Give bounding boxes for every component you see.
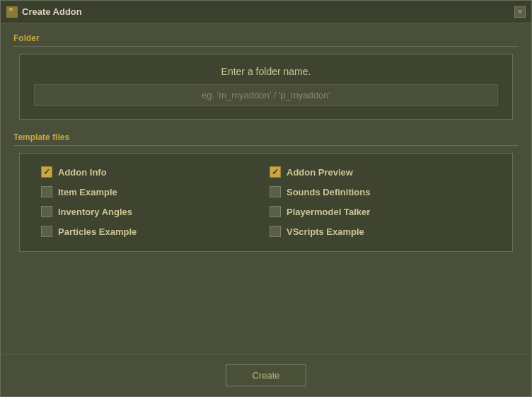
template-box: ✓Addon Info✓Addon PreviewItem ExampleSou… [19,153,513,252]
template-divider [13,145,519,146]
checkbox-sounds-definitions[interactable]: Sounds Definitions [270,186,491,197]
checkboxes-grid: ✓Addon Info✓Addon PreviewItem ExampleSou… [41,166,491,237]
checkbox-playermodel-talker[interactable]: Playermodel Talker [270,206,491,217]
checkbox-label-particles-example: Particles Example [58,226,137,237]
folder-section: Folder Enter a folder name. [13,33,519,132]
checkbox-box-inventory-angles [41,206,52,217]
checkbox-item-example[interactable]: Item Example [41,186,262,197]
checkmark-addon-info: ✓ [43,168,50,176]
checkbox-label-playermodel-talker: Playermodel Talker [287,207,370,217]
checkbox-box-sounds-definitions [270,186,281,197]
folder-input[interactable] [34,84,498,106]
checkbox-box-vscripts-example [270,226,281,237]
checkbox-box-playermodel-talker [270,206,281,217]
checkbox-box-item-example [41,186,52,197]
checkmark-addon-preview: ✓ [272,168,279,176]
checkbox-inventory-angles[interactable]: Inventory Angles [41,206,262,217]
checkbox-label-item-example: Item Example [58,187,117,197]
checkbox-box-addon-info: ✓ [41,166,52,178]
checkbox-label-addon-preview: Addon Preview [287,167,353,178]
template-label: Template files [13,132,519,142]
checkbox-box-addon-preview: ✓ [270,166,281,178]
addon-icon [6,6,18,18]
title-bar: Create Addon × [1,1,531,23]
create-addon-window: Create Addon × Folder Enter a folder nam… [0,0,532,397]
checkbox-label-sounds-definitions: Sounds Definitions [287,187,370,197]
create-button[interactable]: Create [226,364,306,386]
folder-divider [13,46,519,47]
checkbox-vscripts-example[interactable]: VScripts Example [270,226,491,237]
checkbox-addon-info[interactable]: ✓Addon Info [41,166,262,178]
content-area: Folder Enter a folder name. Template fil… [1,23,531,354]
checkbox-label-addon-info: Addon Info [58,167,107,178]
folder-label: Folder [13,33,519,43]
window-title: Create Addon [22,6,82,17]
checkbox-particles-example[interactable]: Particles Example [41,226,262,237]
checkbox-label-vscripts-example: VScripts Example [287,226,364,237]
checkbox-label-inventory-angles: Inventory Angles [58,207,132,217]
title-bar-left: Create Addon [6,6,82,18]
template-section: Template files ✓Addon Info✓Addon Preview… [13,132,519,265]
checkbox-box-particles-example [41,226,52,237]
folder-instruction: Enter a folder name. [221,66,311,77]
svg-rect-1 [9,8,13,11]
footer: Create [1,354,531,396]
folder-box: Enter a folder name. [19,54,513,120]
checkbox-addon-preview[interactable]: ✓Addon Preview [270,166,491,178]
close-button[interactable]: × [514,6,526,18]
